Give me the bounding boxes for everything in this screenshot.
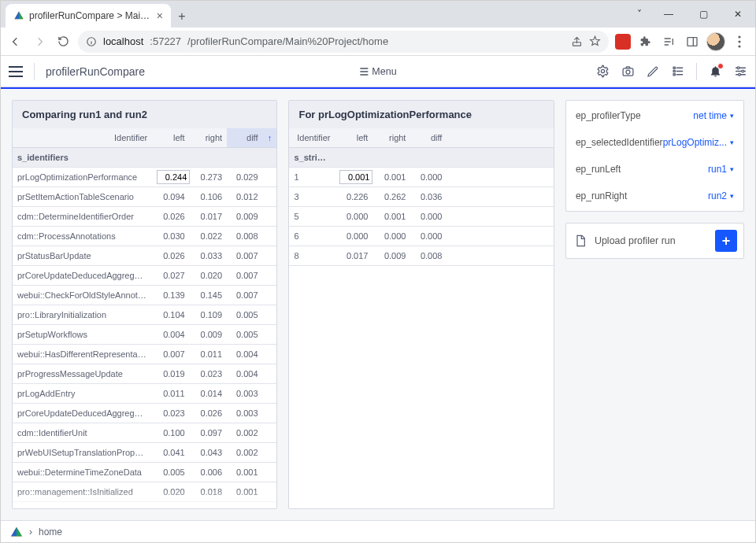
list-icon[interactable] xyxy=(671,65,685,79)
upload-add-button[interactable]: + xyxy=(715,230,737,252)
table-row[interactable]: cdm::LocalizationReadLanguage0.0420.0430… xyxy=(13,502,276,508)
svg-point-16 xyxy=(741,70,743,72)
compare-table-body[interactable]: s_identifiersprLogOptimizationPerformanc… xyxy=(13,148,276,508)
profile-avatar[interactable] xyxy=(706,32,725,51)
cell-input[interactable] xyxy=(339,170,372,184)
table-row[interactable]: cdm::ProcessAnnotations0.0300.0220.008 xyxy=(13,227,276,246)
notifications-bell-icon[interactable] xyxy=(708,65,722,79)
window-close-icon[interactable]: ✕ xyxy=(721,1,755,28)
svg-point-15 xyxy=(737,67,739,69)
table-row[interactable]: cdm::DetermineIdentifierOrder0.0260.0170… xyxy=(13,207,276,227)
col-identifier[interactable]: Identifier xyxy=(289,128,335,147)
property-value[interactable]: prLogOptimiz... ▾ xyxy=(663,137,734,148)
browser-tab[interactable]: profilerRunCompare > Main Proj × xyxy=(6,4,171,28)
property-row[interactable]: ep_profilerTypenet time ▾ xyxy=(566,102,743,129)
chrome-menu-icon[interactable] xyxy=(730,32,749,51)
url-bar[interactable]: localhost:57227/profilerRunCompare/Main%… xyxy=(78,31,609,53)
settings-gear-icon[interactable] xyxy=(595,65,610,79)
site-info-icon[interactable] xyxy=(86,36,97,47)
property-row[interactable]: ep_runRightrun2 ▾ xyxy=(566,183,743,209)
table-row[interactable]: 50.0000.0010.000 xyxy=(289,207,553,227)
svg-point-11 xyxy=(626,70,630,74)
col-diff[interactable]: diff xyxy=(410,128,447,147)
url-port: :57227 xyxy=(150,35,181,47)
property-row[interactable]: ep_selectedIdentifierprLogOptimiz... ▾ xyxy=(566,129,743,156)
svg-point-8 xyxy=(738,45,740,47)
toolbar-separator xyxy=(696,63,697,80)
table-row[interactable]: prSetupWorkflows0.0040.0090.005 xyxy=(13,325,276,345)
property-label: ep_profilerType xyxy=(576,110,693,121)
table-row[interactable]: 80.0170.0090.008 xyxy=(289,246,553,266)
extension-red-icon[interactable] xyxy=(615,34,631,50)
property-row[interactable]: ep_runLeftrun1 ▾ xyxy=(566,156,743,183)
breadcrumb-home[interactable]: home xyxy=(39,526,62,537)
svg-marker-20 xyxy=(11,526,17,536)
detail-panel-title: For prLogOptimizationPerformance xyxy=(289,101,553,128)
menu-dropdown[interactable]: Menu xyxy=(359,66,396,77)
col-left[interactable]: left xyxy=(335,128,372,147)
side-panel-icon[interactable] xyxy=(683,32,702,51)
property-value[interactable]: net time ▾ xyxy=(693,110,734,121)
detail-table-body[interactable]: s_strict...10.0010.00030.2260.2620.03650… xyxy=(289,148,553,508)
group-row[interactable]: s_strict... xyxy=(289,148,553,168)
table-row[interactable]: prLogAddEntry0.0110.0140.003 xyxy=(13,384,276,404)
svg-point-17 xyxy=(738,73,740,76)
svg-marker-19 xyxy=(17,526,22,536)
property-label: ep_runRight xyxy=(576,190,708,201)
table-row[interactable]: prCoreUpdateDeducedAggregatedSp...0.0230… xyxy=(13,404,276,423)
filter-sliders-icon[interactable] xyxy=(733,65,747,79)
table-row[interactable]: prLogOptimizationPerformance0.2730.029 xyxy=(13,168,276,187)
group-row[interactable]: s_identifiers xyxy=(13,148,276,168)
window-maximize-icon[interactable]: ▢ xyxy=(686,1,721,28)
footer-logo-icon xyxy=(10,526,23,537)
col-right[interactable]: right xyxy=(372,128,410,147)
bookmark-star-icon[interactable] xyxy=(589,35,601,47)
camera-icon[interactable] xyxy=(621,65,635,79)
window-minimize-icon[interactable]: — xyxy=(651,1,686,28)
col-diff[interactable]: diff xyxy=(227,128,262,147)
compare-panel-title: Comparing run1 and run2 xyxy=(13,101,276,128)
svg-rect-12 xyxy=(673,67,675,68)
new-tab-button[interactable]: + xyxy=(171,6,193,28)
col-identifier[interactable]: Identifier xyxy=(13,128,152,147)
table-row[interactable]: prSetItemActionTableScenario0.0940.1060.… xyxy=(13,187,276,207)
nav-back-button[interactable] xyxy=(7,33,24,50)
table-row[interactable]: pro::LibraryInitialization0.1040.1090.00… xyxy=(13,305,276,325)
table-row[interactable]: cdm::IdentifierUnit0.1000.0970.002 xyxy=(13,423,276,443)
reading-list-icon[interactable] xyxy=(659,32,678,51)
table-row[interactable]: webui::CheckForOldStyleAnnotations0.1390… xyxy=(13,286,276,305)
menu-label: Menu xyxy=(372,66,396,77)
table-row[interactable]: 10.0010.000 xyxy=(289,168,553,187)
table-row[interactable]: prProgressMessageUpdate0.0190.0230.004 xyxy=(13,364,276,384)
col-right[interactable]: right xyxy=(190,128,227,147)
breadcrumb-bar: › home xyxy=(1,520,755,542)
table-row[interactable]: webui::HasDifferentRepresentationW...0.0… xyxy=(13,345,276,364)
table-row[interactable]: prWebUISetupTranslationProperties0.0410.… xyxy=(13,443,276,463)
url-path: /profilerRunCompare/Main%20Project/home xyxy=(187,35,388,47)
hamburger-menu-icon[interactable] xyxy=(9,66,23,77)
extensions-puzzle-icon[interactable] xyxy=(636,32,654,51)
sort-arrow-icon[interactable]: ↑ xyxy=(263,128,277,147)
table-row[interactable]: 60.0000.0000.000 xyxy=(289,227,553,246)
nav-forward-button[interactable] xyxy=(31,33,48,50)
table-row[interactable]: prStatusBarUpdate0.0260.0330.007 xyxy=(13,246,276,266)
edit-pencil-icon[interactable] xyxy=(646,65,660,79)
property-value[interactable]: run2 ▾ xyxy=(708,190,734,201)
cell-input[interactable] xyxy=(157,170,189,184)
col-left[interactable]: left xyxy=(152,128,189,147)
table-row[interactable]: prCoreUpdateDeducedAggregatedSp...0.0270… xyxy=(13,266,276,286)
url-host: localhost xyxy=(103,35,143,47)
property-value[interactable]: run1 ▾ xyxy=(708,164,734,175)
nav-reload-button[interactable] xyxy=(54,33,72,50)
table-row[interactable]: 30.2260.2620.036 xyxy=(289,187,553,207)
tab-close-icon[interactable]: × xyxy=(157,9,163,22)
favicon-icon xyxy=(13,10,24,21)
share-icon[interactable] xyxy=(571,35,583,47)
svg-marker-1 xyxy=(19,11,24,19)
table-row[interactable]: webui::DetermineTimeZoneData0.0050.0060.… xyxy=(13,463,276,482)
table-row[interactable]: pro::management::IsInitialized0.0200.018… xyxy=(13,482,276,502)
app-toolbar: profilerRunCompare Menu xyxy=(1,56,755,87)
window-dropdown-icon[interactable]: ˅ xyxy=(628,1,651,28)
window-controls: ˅ — ▢ ✕ xyxy=(628,1,755,28)
upload-label: Upload profiler run xyxy=(595,235,676,246)
